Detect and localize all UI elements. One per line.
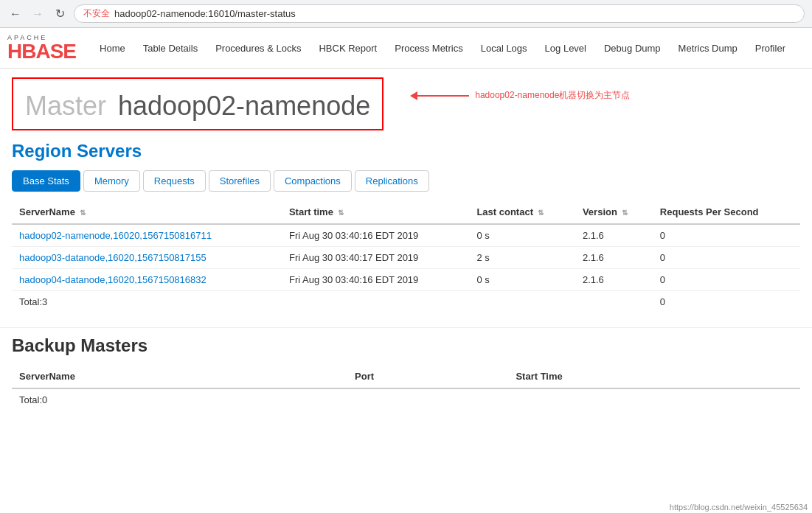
server-link[interactable]: hadoop03-datanode,16020,1567150817155 (19, 252, 207, 263)
start-time-cell: Fri Aug 30 03:40:16 EDT 2019 (282, 224, 469, 247)
nav-metrics-dump[interactable]: Metrics Dump (670, 35, 746, 61)
nav-links: Home Table Details Procedures & Locks HB… (91, 35, 805, 61)
col-start-time[interactable]: Start time ⇅ (282, 200, 469, 224)
back-button[interactable]: ← (7, 6, 24, 22)
nav-debug-dump[interactable]: Debug Dump (595, 35, 670, 61)
tab-storefiles[interactable]: Storefiles (209, 170, 271, 192)
server-link[interactable]: hadoop04-datanode,16020,1567150816832 (19, 274, 207, 285)
tab-compactions[interactable]: Compactions (274, 170, 352, 192)
nav-table-details[interactable]: Table Details (134, 35, 207, 61)
backup-col-servername: ServerName (12, 365, 347, 388)
requests-cell: 0 (653, 247, 800, 269)
nav-profiler[interactable]: Profiler (746, 35, 794, 61)
backup-col-start-time: Start Time (508, 365, 800, 388)
nav-local-logs[interactable]: Local Logs (472, 35, 536, 61)
col-servername[interactable]: ServerName ⇅ (12, 200, 282, 224)
nav-home[interactable]: Home (91, 35, 134, 61)
annotation-text: hadoop02-namenode机器切换为主节点 (475, 89, 630, 102)
last-contact-cell: 2 s (469, 247, 575, 269)
region-servers-table: ServerName ⇅ Start time ⇅ Last contact ⇅… (12, 200, 800, 313)
version-cell: 2.1.6 (575, 224, 653, 247)
tab-replications[interactable]: Replications (355, 170, 429, 192)
annotation-arrow-line (417, 95, 469, 97)
backup-masters-title: Backup Masters (12, 335, 800, 356)
tab-requests[interactable]: Requests (143, 170, 206, 192)
master-header: Master hadoop02-namenode (12, 77, 384, 130)
sort-icon-servername: ⇅ (80, 209, 86, 217)
version-cell: 2.1.6 (575, 247, 653, 269)
backup-masters-table: ServerName Port Start Time Total:0 (12, 365, 800, 411)
url-text: hadoop02-namenode:16010/master-status (114, 8, 296, 19)
region-servers-tabs: Base Stats Memory Requests Storefiles Co… (12, 170, 800, 192)
start-time-cell: Fri Aug 30 03:40:16 EDT 2019 (282, 269, 469, 291)
master-hostname: hadoop02-namenode (118, 91, 370, 121)
hbase-label: HBASE (7, 40, 76, 63)
reload-button[interactable]: ↻ (52, 6, 68, 22)
requests-cell: 0 (653, 224, 800, 247)
server-link[interactable]: hadoop02-namenode,16020,1567150816711 (19, 230, 212, 241)
last-contact-cell: 0 s (469, 224, 575, 247)
table-row: hadoop02-namenode,16020,1567150816711 Fr… (12, 224, 800, 247)
backup-total-label: Total:0 (12, 388, 347, 411)
nav-log-level[interactable]: Log Level (536, 35, 595, 61)
sort-icon-starttime: ⇅ (338, 209, 344, 217)
master-label: Master (25, 91, 106, 121)
col-version[interactable]: Version ⇅ (575, 200, 653, 224)
region-servers-title: Region Servers (12, 141, 800, 161)
version-cell: 2.1.6 (575, 269, 653, 291)
start-time-cell: Fri Aug 30 03:40:17 EDT 2019 (282, 247, 469, 269)
backup-masters-section: Backup Masters ServerName Port Start Tim… (0, 327, 812, 425)
tab-memory[interactable]: Memory (83, 170, 140, 192)
address-bar[interactable]: 不安全 hadoop02-namenode:16010/master-statu… (74, 4, 805, 23)
tab-base-stats[interactable]: Base Stats (12, 170, 80, 192)
browser-chrome: ← → ↻ 不安全 hadoop02-namenode:16010/master… (0, 0, 812, 28)
sort-icon-version: ⇅ (622, 209, 628, 217)
nav-procedures-locks[interactable]: Procedures & Locks (207, 35, 310, 61)
insecure-indicator: 不安全 (83, 7, 110, 20)
annotation-arrow-head (410, 91, 417, 100)
top-nav: APACHE HBASE Home Table Details Procedur… (0, 28, 812, 69)
nav-hbck-report[interactable]: HBCK Report (310, 35, 386, 61)
backup-total-row: Total:0 (12, 388, 800, 411)
hbase-logo: APACHE HBASE (7, 28, 76, 68)
nav-process-metrics[interactable]: Process Metrics (386, 35, 471, 61)
last-contact-cell: 0 s (469, 269, 575, 291)
col-requests: Requests Per Second (653, 200, 800, 224)
col-last-contact[interactable]: Last contact ⇅ (469, 200, 575, 224)
total-row: Total:3 0 (12, 291, 800, 313)
table-row: hadoop04-datanode,16020,1567150816832 Fr… (12, 269, 800, 291)
forward-button[interactable]: → (30, 6, 46, 22)
table-row: hadoop03-datanode,16020,1567150817155 Fr… (12, 247, 800, 269)
total-label: Total:3 (12, 291, 282, 313)
page-content: APACHE HBASE Home Table Details Procedur… (0, 28, 812, 425)
backup-col-port: Port (347, 365, 508, 388)
sort-icon-lastcontact: ⇅ (538, 209, 544, 217)
requests-cell: 0 (653, 269, 800, 291)
region-servers-section: Region Servers Base Stats Memory Request… (0, 133, 812, 327)
total-requests: 0 (653, 291, 800, 313)
